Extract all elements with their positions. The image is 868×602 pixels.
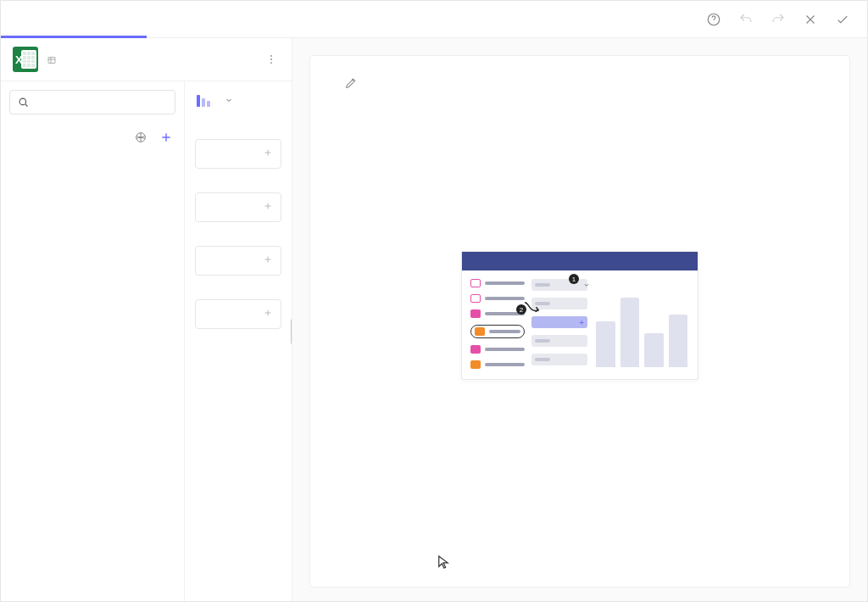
empty-state-illustration: 1 2 (461, 251, 698, 380)
svg-point-4 (270, 59, 272, 60)
fields-header (1, 123, 184, 152)
plus-icon (262, 307, 274, 321)
fields-column (1, 81, 185, 601)
calculated-field-icon[interactable] (133, 130, 148, 145)
svg-point-6 (19, 98, 26, 105)
close-icon[interactable] (801, 10, 820, 29)
chevron-down-icon (224, 95, 234, 105)
add-field-button[interactable] (157, 128, 175, 147)
fields-search[interactable] (9, 90, 175, 114)
dashboard-title-row (336, 76, 824, 92)
datasource-menu-icon[interactable] (263, 53, 280, 65)
left-pane (1, 38, 292, 601)
svg-point-1 (714, 22, 715, 23)
edit-title-button[interactable] (344, 76, 359, 92)
empty-state: 1 2 (336, 92, 824, 566)
excel-icon (13, 47, 38, 72)
bucket-values[interactable] (195, 192, 281, 222)
app-root: 1 2 (0, 0, 868, 602)
svg-point-3 (270, 55, 272, 57)
field-list (1, 152, 184, 601)
bucket-filters[interactable] (195, 299, 281, 329)
svg-rect-2 (48, 58, 55, 64)
dashboard-canvas: 1 2 (309, 55, 850, 588)
topbar-actions (689, 1, 867, 37)
undo-icon[interactable] (737, 10, 755, 29)
tab-data[interactable] (1, 1, 147, 37)
datasource-row (1, 38, 292, 81)
search-input[interactable] (35, 97, 168, 109)
config-column (185, 81, 292, 601)
main-area: 1 2 (292, 38, 867, 601)
plus-icon (262, 254, 274, 268)
help-icon[interactable] (704, 10, 723, 29)
bucket-category[interactable] (195, 246, 281, 276)
topbar (1, 1, 867, 38)
redo-icon[interactable] (769, 10, 787, 29)
file-sheet (47, 55, 254, 65)
column-chart-icon (197, 93, 210, 107)
svg-point-5 (270, 62, 272, 64)
chart-type-selector[interactable] (195, 81, 281, 115)
bucket-label[interactable] (195, 139, 281, 169)
scrollbar-handle[interactable] (291, 319, 292, 344)
plus-icon (262, 200, 274, 215)
tab-settings[interactable] (147, 1, 292, 37)
sidebar-tabs (1, 1, 292, 37)
plus-icon (262, 147, 274, 161)
search-icon (17, 96, 30, 109)
confirm-icon[interactable] (833, 10, 852, 29)
table-icon (47, 55, 57, 65)
